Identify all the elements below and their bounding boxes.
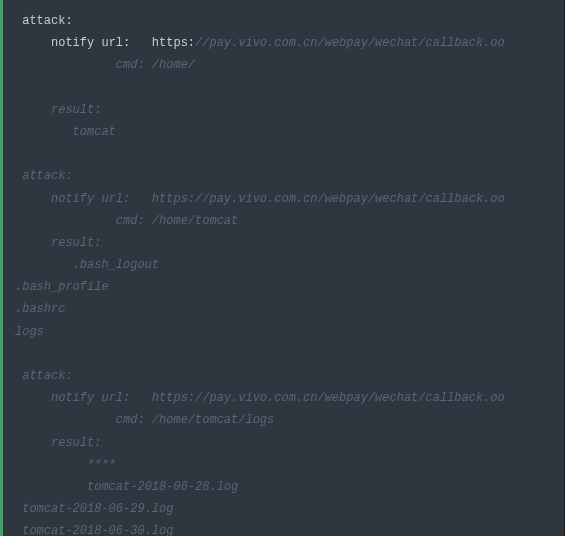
- code-block: attack: notify url: https://pay.vivo.com…: [0, 0, 565, 536]
- url-2: https://pay.vivo.com.cn/webpay/wechat/ca…: [152, 192, 505, 206]
- result-label-3: result:: [51, 436, 101, 450]
- b2-line-2: .bashrc: [15, 302, 65, 316]
- url-tail-1: //pay.vivo.com.cn/webpay/wechat/callback…: [195, 36, 505, 50]
- b3-line-3: tomcat-2018-06-30.log: [22, 524, 173, 536]
- b3-line-0: ****: [87, 458, 116, 472]
- cmd-3: cmd: /home/tomcat/logs: [116, 413, 274, 427]
- result-label-1: result:: [51, 103, 101, 117]
- result-line-1: tomcat: [73, 125, 116, 139]
- notify-label-3: notify url:: [51, 391, 130, 405]
- b3-line-2: tomcat-2018-06-29.log: [22, 502, 173, 516]
- notify-label-1: notify url:: [51, 36, 130, 50]
- cmd-1: cmd: /home/: [116, 58, 195, 72]
- b2-line-3: logs: [15, 325, 44, 339]
- b2-line-0: .bash_logout: [73, 258, 159, 272]
- b3-line-1: tomcat-2018-06-28.log: [87, 480, 238, 494]
- attack-label-3: attack:: [22, 369, 72, 383]
- attack-label-2: attack:: [22, 169, 72, 183]
- https-label-1: https:: [152, 36, 195, 50]
- url-3: https://pay.vivo.com.cn/webpay/wechat/ca…: [152, 391, 505, 405]
- result-label-2: result:: [51, 236, 101, 250]
- attack-label-1: attack:: [22, 14, 72, 28]
- cmd-2: cmd: /home/tomcat: [116, 214, 238, 228]
- notify-label-2: notify url:: [51, 192, 130, 206]
- b2-line-1: .bash_profile: [15, 280, 109, 294]
